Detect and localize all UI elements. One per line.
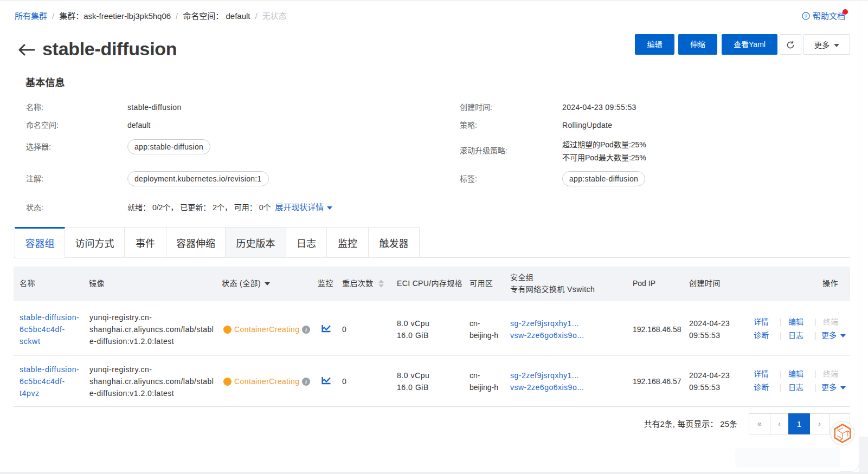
svg-text:?: ?: [805, 13, 807, 19]
